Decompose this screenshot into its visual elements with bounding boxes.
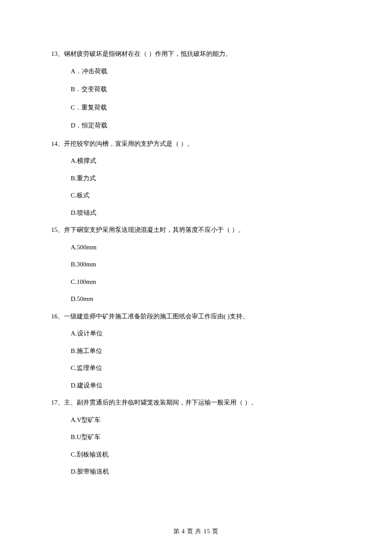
- option-a: A.500mm: [71, 243, 341, 252]
- option-b: B.U型矿车: [71, 432, 341, 442]
- options-group: A.V型矿车 B.U型矿车 C.刮板输送机 D.胶带输送机: [71, 415, 341, 477]
- question-stem: 16、一级建造师中矿井施工准备阶段的施工图纸会审工作应由( )支持。: [51, 312, 341, 321]
- question-stem: 13、钢材疲劳破坏是指钢材在在（ ）作用下，抵抗破坏的能力。: [51, 49, 341, 59]
- option-d: D.建设单位: [71, 381, 341, 390]
- question-number: 17、: [51, 399, 64, 406]
- options-group: A.设计单位 B.施工单位 C.监理单位 D.建设单位: [71, 329, 341, 390]
- question-number: 15、: [51, 226, 64, 233]
- option-c: C.刮板输送机: [71, 450, 341, 460]
- option-a: A．冲击荷载: [71, 66, 341, 76]
- options-group: A．冲击荷载 B．交变荷载 C．重复荷载 D．恒定荷载: [71, 66, 341, 130]
- question-text: 钢材疲劳破坏是指钢材在在（ ）作用下，抵抗破坏的能力。: [64, 50, 232, 57]
- option-d: D.50mm: [71, 294, 341, 304]
- question-stem: 17、主、副井贯通后的主井临时罐笼改装期间，井下运输一般采用（ ）。: [51, 398, 341, 408]
- question-14: 14、开挖较窄的沟槽，宜采用的支护方式是（ ）。 A.横撑式 B.重力式 C.板…: [51, 139, 341, 218]
- option-b: B.施工单位: [71, 346, 341, 356]
- option-b: B.重力式: [71, 173, 341, 183]
- question-number: 13、: [51, 50, 64, 57]
- option-a: A.横撑式: [71, 156, 341, 166]
- option-b: B．交变荷载: [71, 84, 341, 94]
- question-number: 14、: [51, 140, 64, 147]
- option-b: B.300mm: [71, 260, 341, 269]
- question-17: 17、主、副井贯通后的主井临时罐笼改装期间，井下运输一般采用（ ）。 A.V型矿…: [51, 398, 341, 477]
- options-group: A.500mm B.300mm C.100mm D.50mm: [71, 243, 341, 304]
- option-c: C.100mm: [71, 277, 341, 287]
- question-15: 15、井下硐室支护采用泵送现浇混凝土时，其坍落度不应小于（ ）。 A.500mm…: [51, 225, 341, 304]
- question-text: 井下硐室支护采用泵送现浇混凝土时，其坍落度不应小于（ ）。: [64, 226, 245, 233]
- option-a: A.V型矿车: [71, 415, 341, 425]
- document-page: 13、钢材疲劳破坏是指钢材在在（ ）作用下，抵抗破坏的能力。 A．冲击荷载 B．…: [0, 0, 392, 555]
- question-stem: 15、井下硐室支护采用泵送现浇混凝土时，其坍落度不应小于（ ）。: [51, 225, 341, 235]
- question-text: 主、副井贯通后的主井临时罐笼改装期间，井下运输一般采用（ ）。: [64, 399, 257, 406]
- question-16: 16、一级建造师中矿井施工准备阶段的施工图纸会审工作应由( )支持。 A.设计单…: [51, 312, 341, 390]
- question-stem: 14、开挖较窄的沟槽，宜采用的支护方式是（ ）。: [51, 139, 341, 149]
- question-13: 13、钢材疲劳破坏是指钢材在在（ ）作用下，抵抗破坏的能力。 A．冲击荷载 B．…: [51, 49, 341, 130]
- option-d: D.胶带输送机: [71, 467, 341, 477]
- option-c: C.监理单位: [71, 363, 341, 373]
- option-d: D.喷锚式: [71, 208, 341, 218]
- question-text: 开挖较窄的沟槽，宜采用的支护方式是（ ）。: [64, 140, 193, 147]
- options-group: A.横撑式 B.重力式 C.板式 D.喷锚式: [71, 156, 341, 217]
- option-c: C.板式: [71, 191, 341, 200]
- option-c: C．重复荷载: [71, 103, 341, 113]
- option-a: A.设计单位: [71, 329, 341, 338]
- option-d: D．恒定荷载: [71, 121, 341, 130]
- question-text: 一级建造师中矿井施工准备阶段的施工图纸会审工作应由( )支持。: [64, 313, 249, 320]
- page-footer: 第 4 页 共 15 页: [0, 528, 392, 535]
- question-number: 16、: [51, 313, 64, 320]
